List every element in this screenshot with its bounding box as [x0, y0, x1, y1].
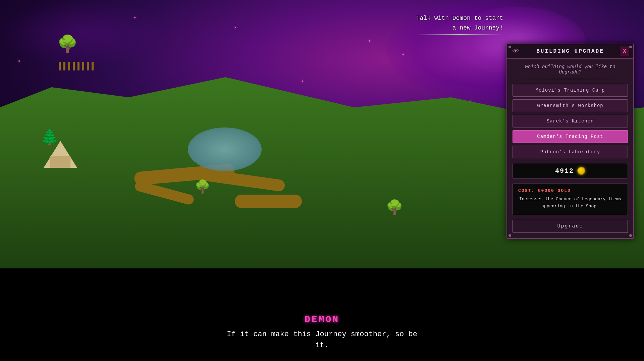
sparkle: [302, 81, 303, 82]
gold-coin-icon: [577, 167, 585, 175]
panel-subtitle: Which building would you like to Upgrade…: [513, 64, 628, 75]
upgrade-button[interactable]: Upgrade: [513, 220, 628, 233]
tree-1: 🌳: [57, 37, 78, 54]
hint-line1: Talk with Demon to start: [416, 13, 503, 23]
panel-body: Which building would you like to Upgrade…: [507, 59, 633, 238]
gold-amount: 4912: [555, 167, 574, 175]
hint-area: Talk with Demon to start a new Journey!: [416, 13, 503, 35]
panel-divider: [513, 79, 628, 79]
sparkle: [134, 17, 136, 18]
building-upgrade-panel: 👁 BUILDING UPGRADE X Which building woul…: [506, 44, 634, 239]
cloud-3: [0, 0, 168, 67]
info-desc-line2: appearing in the Shop.: [518, 203, 622, 210]
building-btn-kitchen[interactable]: Sarek's Kitchen: [513, 115, 628, 127]
panel-header: 👁 BUILDING UPGRADE X: [507, 44, 633, 59]
info-desc-line1: Increases the Chance of Legendary items: [518, 196, 622, 203]
dialog-area: DEMON If it can make this Journey smooth…: [227, 314, 417, 351]
ground-path: [235, 195, 302, 208]
fence: [59, 62, 94, 70]
dialog-line1: If it can make this Journey smoother, so…: [227, 329, 417, 340]
pond: [188, 127, 262, 171]
sparkle: [18, 60, 20, 62]
building-btn-trading-post[interactable]: Camden's Trading Post: [513, 130, 628, 143]
panel-title: BUILDING UPGRADE: [536, 48, 604, 54]
info-description: Increases the Chance of Legendary items …: [518, 196, 622, 210]
corner-tl: [508, 46, 511, 48]
sparkle: [402, 54, 404, 55]
building-btn-workshop[interactable]: Greensmith's Workshop: [513, 99, 628, 112]
corner-br: [629, 234, 632, 237]
close-button[interactable]: X: [620, 47, 629, 56]
character-name: DEMON: [227, 314, 417, 325]
dialog-text: If it can make this Journey smoother, so…: [227, 329, 417, 351]
gold-display: 4912: [513, 163, 628, 178]
info-cost: COST: 60000 GOLD: [518, 188, 622, 193]
tree-4: 🌳: [386, 201, 403, 215]
building-btn-training-camp[interactable]: Melovi's Training Camp: [513, 84, 628, 97]
game-world: 🌳 🌲 🌳 🌳 Talk with Demon to start a new J…: [0, 0, 644, 361]
hint-line2: a new Journey!: [416, 23, 503, 33]
corner-bl: [508, 234, 511, 237]
tent: [44, 141, 77, 168]
eye-icon: 👁: [513, 47, 519, 55]
sparkle: [235, 27, 236, 28]
tree-3: 🌳: [195, 181, 210, 194]
sparkle: [369, 40, 370, 42]
dialog-line2: it.: [227, 340, 417, 351]
info-box: COST: 60000 GOLD Increases the Chance of…: [513, 183, 628, 215]
building-btn-laboratory[interactable]: Patron's Laboratory: [513, 146, 628, 158]
hint-underline: [416, 34, 503, 35]
corner-tr: [629, 46, 632, 48]
